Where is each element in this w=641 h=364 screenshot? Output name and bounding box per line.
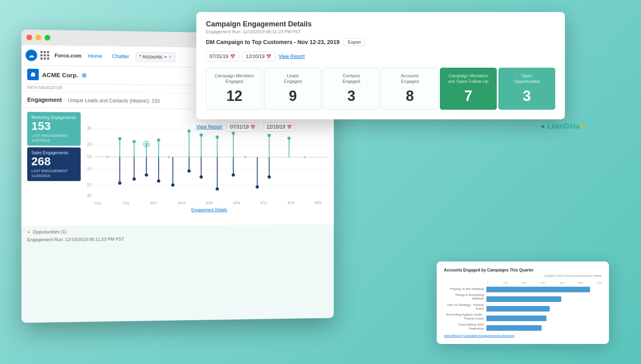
svg-line-3 xyxy=(87,145,329,145)
svg-point-38 xyxy=(133,177,136,181)
svg-line-13 xyxy=(94,157,328,157)
svg-point-56 xyxy=(268,175,271,179)
bottom-cal-to-icon: 📅 xyxy=(287,125,292,129)
campaign-panel: Campaign Engagement Details Engagement R… xyxy=(196,12,565,119)
svg-point-42 xyxy=(157,179,160,183)
bar-chart-footer-link[interactable]: View Report (Campaign Engagement by Acco… xyxy=(444,334,602,338)
marketing-value: 153 xyxy=(31,120,77,133)
leandata-logo-area: ● LeanData® xyxy=(541,122,585,131)
svg-text:30: 30 xyxy=(87,194,92,198)
bar-row-4 xyxy=(486,324,602,332)
bottom-date-to[interactable]: 12/10/19 📅 xyxy=(263,122,295,132)
bottom-cal-icon: 📅 xyxy=(250,125,255,129)
bar-row-0 xyxy=(486,286,602,293)
bar-x-scale: 0 100 200 300 400 500 600 xyxy=(487,282,602,284)
date-to-value: 12/10/19 xyxy=(246,54,265,59)
bottom-date-from[interactable]: 07/31/19 📅 xyxy=(226,122,259,132)
svg-point-30 xyxy=(232,132,235,135)
metric-card-accounts[interactable]: AccountsEngaged 8 xyxy=(381,68,438,110)
bar-label-0: Playing To Win Webinar xyxy=(444,287,484,291)
svg-point-28 xyxy=(216,135,219,139)
bar-chart-rows: Playing To Win Webinar Timing Is Everyth… xyxy=(444,286,602,332)
svg-point-34 xyxy=(287,137,290,140)
bar-x-area xyxy=(486,286,602,332)
metric-value-contacts: 3 xyxy=(328,88,375,105)
engagement-run-label: Engagement Run: 12/10/2019 08:11:23 PM P… xyxy=(27,235,329,242)
x-label-9: 9/25 xyxy=(314,201,321,205)
sales-date-label: LAST ENGAGEMENT xyxy=(31,169,77,173)
traffic-light-red[interactable] xyxy=(26,34,32,40)
svg-line-6 xyxy=(87,185,329,185)
x-label-2: 7/31 xyxy=(122,201,129,205)
sales-value: 268 xyxy=(31,155,77,168)
svg-text:20: 20 xyxy=(87,183,92,187)
apps-grid-icon[interactable] xyxy=(40,51,50,60)
svg-point-60 xyxy=(304,156,306,159)
tab-close-icon[interactable]: ✕ xyxy=(169,55,172,59)
svg-point-22 xyxy=(157,139,160,142)
bottom-view-report-link[interactable]: View Report xyxy=(196,124,222,130)
svg-text:20: 20 xyxy=(87,142,92,147)
view-report-link[interactable]: View Report xyxy=(278,54,304,59)
marketing-engagements-box: Marketing Engagements 153 LAST ENGAGEMEN… xyxy=(27,112,81,146)
metric-card-contacts[interactable]: ContactsEngaged 3 xyxy=(323,68,380,110)
svg-point-15 xyxy=(118,137,121,140)
bar-fill-3 xyxy=(486,316,546,321)
metric-card-followup[interactable]: Campaign Membersw/o Sales Follow-Up 7 xyxy=(440,68,497,110)
bar-row-2 xyxy=(486,305,602,312)
bar-fill-2 xyxy=(486,306,550,312)
svg-point-46 xyxy=(187,169,191,173)
bar-chart-subtitle: Unique Count of Account Account Name xyxy=(444,274,602,278)
bottom-info: ● Opportunities (1) Engagement Run: 12/1… xyxy=(21,224,334,245)
bar-label-1: Timing Is Everything Webinar xyxy=(444,293,484,301)
bar-chart-panel: Accounts Engaged by Campaigns This Quart… xyxy=(437,261,609,344)
metric-value-leads: 9 xyxy=(270,88,316,105)
nav-chatter[interactable]: Chatter xyxy=(109,52,132,61)
metric-label-followup: Campaign Membersw/o Sales Follow-Up xyxy=(445,73,492,84)
svg-text:10: 10 xyxy=(87,167,92,171)
account-icon xyxy=(27,69,39,80)
svg-rect-1 xyxy=(32,72,34,74)
x-label-1: 7/24 xyxy=(94,201,101,205)
metric-card-members[interactable]: Campaign MembersEngaged 12 xyxy=(206,68,263,110)
metric-card-opportunities[interactable]: OpenOpportunities 3 xyxy=(498,68,555,110)
tab-accounts[interactable]: * Accounts ✕ xyxy=(136,52,175,62)
marketing-label: Marketing Engagements xyxy=(31,115,77,121)
x-axis-labels: 7/24 7/31 8/07 8/14 8/28 9/04 9/11 9/18 … xyxy=(87,201,329,205)
opportunities-label: Opportunities (1) xyxy=(33,229,67,235)
x-label-5: 8/28 xyxy=(206,201,212,205)
chevron-down-icon xyxy=(164,55,167,58)
svg-text:30: 30 xyxy=(87,126,92,131)
account-name: ACME Corp. xyxy=(42,71,78,78)
sales-engagements-box: Sales Engagements 268 LAST ENGAGEMENT 11… xyxy=(27,147,81,181)
export-button[interactable]: Export xyxy=(343,38,365,46)
svg-rect-0 xyxy=(31,73,35,76)
svg-point-58 xyxy=(167,156,170,158)
nav-home[interactable]: Home xyxy=(85,51,105,61)
engagement-details-label: Engagement Details xyxy=(87,205,329,213)
calendar-to-icon: 📅 xyxy=(266,54,272,59)
date-row: 07/31/19 📅 12/10/19 📅 View Report xyxy=(206,52,555,61)
svg-point-26 xyxy=(200,133,203,137)
traffic-light-green[interactable] xyxy=(44,35,50,40)
svg-point-57 xyxy=(106,156,109,158)
svg-point-44 xyxy=(171,183,174,187)
svg-point-54 xyxy=(256,185,259,189)
x-label-8: 9/18 xyxy=(288,201,294,205)
opportunities-row: ● Opportunities (1) xyxy=(27,227,329,235)
account-edit-icon[interactable]: ⊕ xyxy=(81,71,87,79)
metric-value-accounts: 8 xyxy=(387,88,433,105)
x-label-6: 9/04 xyxy=(233,201,240,205)
opportunities-icon: ● xyxy=(27,229,30,235)
svg-point-17 xyxy=(133,140,136,143)
traffic-light-yellow[interactable] xyxy=(36,35,41,40)
stats-boxes: Marketing Engagements 153 LAST ENGAGEMEN… xyxy=(27,112,81,181)
metric-card-leads[interactable]: LeadsEngaged 9 xyxy=(264,68,321,110)
date-from-field[interactable]: 07/31/19 📅 xyxy=(206,52,239,61)
svg-point-52 xyxy=(232,173,235,177)
date-to-field[interactable]: 12/10/19 📅 xyxy=(242,52,276,61)
svg-point-20 xyxy=(145,143,147,145)
svg-point-36 xyxy=(118,181,121,185)
metric-value-followup: 7 xyxy=(445,88,492,105)
svg-point-24 xyxy=(187,129,191,133)
